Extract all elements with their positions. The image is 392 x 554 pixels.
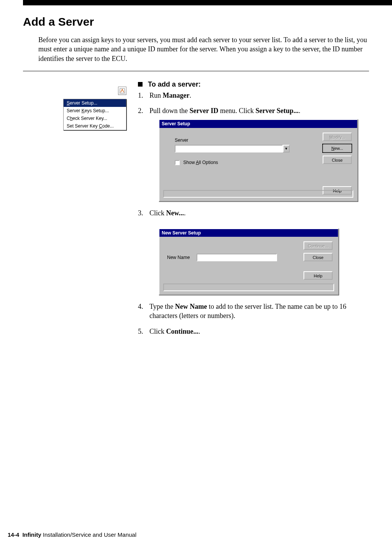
- dialog-title-2: New Server Setup: [159, 229, 338, 237]
- step-3: Click New.... New Server Setup New Name …: [138, 208, 369, 295]
- intro-paragraph: Before you can assign keys to your serve…: [38, 35, 369, 63]
- step-5: Click Continue....: [138, 327, 369, 336]
- server-label: Server: [175, 137, 290, 143]
- menu-item-check-server-key[interactable]: Check Server Key...: [64, 115, 126, 122]
- page-footer: 14-4 Infinity Installation/Service and U…: [8, 531, 136, 538]
- close-button[interactable]: Close: [323, 156, 352, 164]
- step-1: Run Manager.: [138, 91, 369, 100]
- menu-item-server-setup[interactable]: Server Setup...: [64, 99, 126, 107]
- server-setup-dialog: Server Setup Server ▼: [159, 119, 358, 201]
- procedure-heading: To add a server:: [138, 80, 369, 89]
- dialog-title: Server Setup: [159, 120, 357, 128]
- new-button[interactable]: New...: [323, 144, 352, 152]
- header-bar: [23, 0, 392, 5]
- help-button-2[interactable]: Help: [303, 271, 333, 280]
- dropdown-arrow-icon[interactable]: ▼: [283, 145, 290, 152]
- section-title: Add a Server: [23, 15, 369, 28]
- server-id-menu: Server Setup... Server Keys Setup... Che…: [63, 99, 126, 130]
- manager-icon: [118, 87, 126, 95]
- close-button-2[interactable]: Close: [303, 253, 333, 261]
- status-bar: [163, 190, 353, 198]
- menu-item-set-server-key-code[interactable]: Set Server Key Code...: [64, 122, 126, 130]
- status-bar-2: [163, 284, 334, 291]
- step-2: Pull down the Server ID menu. Click Serv…: [138, 106, 369, 201]
- continue-button[interactable]: Continue...: [303, 241, 333, 250]
- new-name-input[interactable]: [197, 254, 277, 261]
- new-server-setup-dialog: New Server Setup New Name Continue... Cl…: [159, 228, 339, 295]
- server-dropdown-input[interactable]: [175, 145, 283, 152]
- menu-item-server-keys-setup[interactable]: Server Keys Setup...: [64, 107, 126, 115]
- step-4: Type the New Name to add to the server l…: [138, 302, 369, 321]
- show-all-checkbox[interactable]: [175, 160, 180, 165]
- show-all-label: Show All Options: [183, 160, 218, 165]
- modify-button[interactable]: Modify...: [323, 133, 352, 141]
- square-bullet-icon: [138, 82, 143, 87]
- divider: [23, 71, 369, 71]
- new-name-label: New Name: [167, 254, 190, 261]
